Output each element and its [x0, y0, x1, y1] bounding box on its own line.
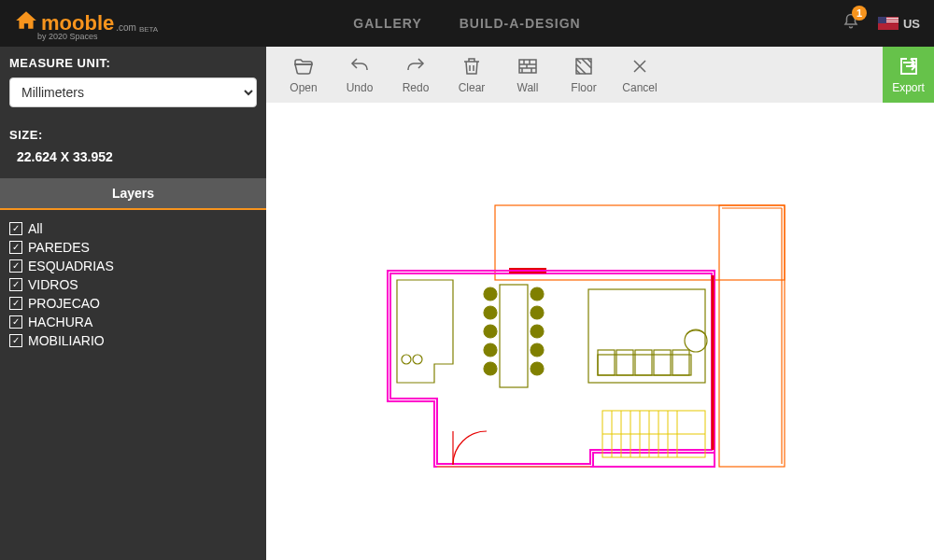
svg-rect-37	[616, 350, 633, 375]
layer-item-paredes[interactable]: PAREDES	[9, 238, 257, 257]
svg-rect-38	[635, 350, 652, 375]
measure-unit-label: MEASURE UNIT:	[0, 47, 266, 77]
open-button[interactable]: Open	[276, 55, 332, 94]
main: MEASURE UNIT: Millimeters SIZE: 22.624 X…	[0, 47, 934, 560]
logo-beta: BETA	[139, 25, 158, 34]
svg-rect-23	[500, 285, 528, 387]
checkbox-icon	[9, 259, 22, 273]
toolbar: Open Undo Redo Clear Wall Floor	[266, 47, 934, 103]
svg-rect-35	[598, 355, 691, 375]
layer-item-projecao[interactable]: PROJECAO	[9, 294, 257, 313]
svg-point-28	[484, 362, 497, 375]
svg-rect-36	[598, 350, 615, 375]
svg-point-24	[484, 287, 497, 301]
svg-point-31	[531, 325, 544, 338]
checkbox-icon	[9, 222, 22, 235]
nav-right: 1 US	[842, 13, 920, 35]
clear-button[interactable]: Clear	[444, 55, 500, 94]
floor-button[interactable]: Floor	[556, 55, 612, 94]
logo-suffix: .com	[116, 22, 136, 33]
undo-button[interactable]: Undo	[332, 55, 388, 94]
svg-point-29	[531, 287, 544, 301]
layers-header: Layers	[0, 178, 266, 210]
layer-item-all[interactable]: All	[9, 219, 257, 238]
folder-open-icon	[292, 55, 315, 77]
svg-point-32	[531, 343, 544, 357]
svg-rect-40	[672, 350, 689, 375]
svg-rect-3	[719, 205, 785, 467]
nav-build[interactable]: BUILD-A-DESIGN	[460, 16, 581, 31]
svg-point-22	[413, 355, 422, 364]
size-value: 22.624 X 33.952	[0, 149, 266, 178]
home-icon	[14, 8, 38, 38]
wall-button[interactable]: Wall	[500, 55, 556, 94]
wall-icon	[517, 55, 539, 77]
undo-icon	[348, 55, 371, 77]
checkbox-icon	[9, 334, 22, 347]
svg-point-25	[484, 306, 497, 319]
layer-item-vidros[interactable]: VIDROS	[9, 275, 257, 294]
layer-item-esquadrias[interactable]: ESQUADRIAS	[9, 257, 257, 275]
svg-point-21	[402, 355, 411, 364]
checkbox-icon	[9, 278, 22, 291]
size-label: SIZE:	[0, 119, 266, 149]
layer-item-mobiliario[interactable]: MOBILIARIO	[9, 331, 257, 350]
measure-unit-select[interactable]: Millimeters	[9, 77, 257, 107]
checkbox-icon	[9, 315, 22, 329]
checkbox-icon	[9, 297, 22, 310]
bell-icon[interactable]: 1	[842, 13, 859, 35]
floorplan-svg	[266, 103, 934, 560]
redo-button[interactable]: Redo	[388, 55, 444, 94]
svg-point-33	[531, 362, 544, 375]
top-bar: mooble .com BETA by 2020 Spaces GALLERY …	[0, 0, 934, 47]
locale-selector[interactable]: US	[878, 17, 920, 31]
export-button[interactable]: Export	[883, 47, 934, 103]
floorplan-canvas[interactable]	[266, 103, 934, 560]
checkbox-icon	[9, 241, 22, 254]
trash-icon	[460, 55, 483, 77]
locale-label: US	[903, 17, 920, 31]
svg-point-30	[531, 306, 544, 319]
svg-rect-34	[588, 289, 705, 383]
nav-center: GALLERY BUILD-A-DESIGN	[353, 16, 580, 31]
bell-badge: 1	[852, 6, 867, 21]
canvas-area: Open Undo Redo Clear Wall Floor	[266, 47, 934, 560]
svg-rect-39	[654, 350, 671, 375]
layer-item-hachura[interactable]: HACHURA	[9, 313, 257, 331]
export-icon	[898, 55, 920, 77]
nav-gallery[interactable]: GALLERY	[353, 16, 421, 31]
sidebar: MEASURE UNIT: Millimeters SIZE: 22.624 X…	[0, 47, 266, 560]
close-icon	[629, 55, 651, 77]
us-flag-icon	[878, 17, 899, 30]
floor-icon	[573, 55, 595, 77]
layer-list: All PAREDES ESQUADRIAS VIDROS PROJECAO H…	[0, 210, 266, 359]
svg-point-27	[484, 343, 497, 357]
svg-point-26	[484, 325, 497, 338]
redo-icon	[404, 55, 427, 77]
cancel-button[interactable]: Cancel	[612, 55, 668, 94]
logo-subtitle: by 2020 Spaces	[37, 32, 98, 41]
